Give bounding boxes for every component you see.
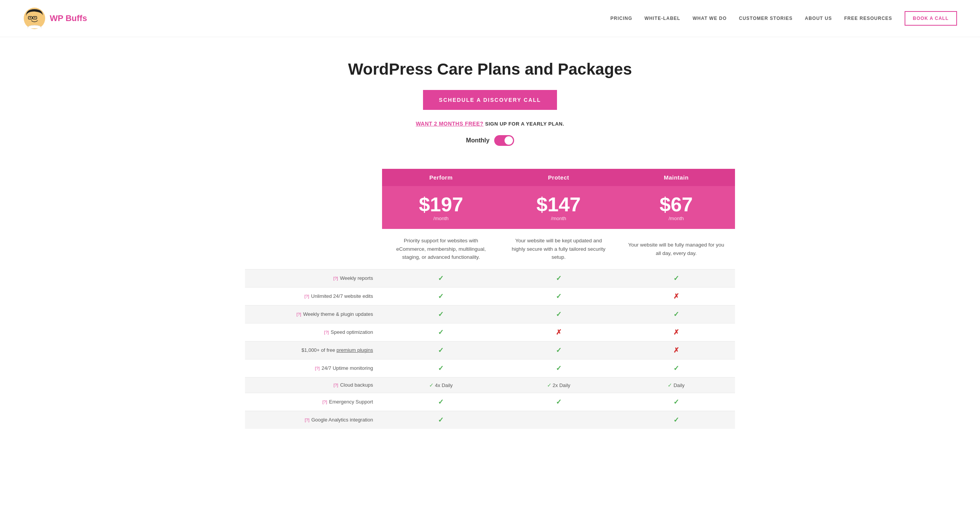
value-check-icon: ✓ [429,382,434,388]
protect-price-cell: $147 /month [500,186,617,229]
protect-feature-1: ✓ [500,287,617,305]
svg-point-5 [34,17,36,18]
table-row: [?]Speed optimization✓✗✗ [245,323,735,341]
protect-name: Protect [500,169,617,186]
yearly-plain-text: SIGN UP FOR A YEARLY PLAN. [485,121,564,127]
maintain-period: /month [625,216,727,221]
table-row: [?]Cloud backups✓4x Daily✓2x Daily✓Daily [245,377,735,393]
feature-value: 4x Daily [435,382,452,388]
perform-feature-5: ✓ [382,359,500,377]
value-check-icon: ✓ [668,382,672,388]
feature-label: [?]Weekly theme & plugin updates [245,305,382,323]
maintain-price-cell: $67 /month [617,186,735,229]
protect-desc: Your website will be kept updated and hi… [500,229,617,269]
feature-link[interactable]: premium plugins [336,347,373,353]
perform-feature-7: ✓ [382,393,500,411]
info-icon[interactable]: [?] [305,418,309,422]
cross-icon: ✗ [556,328,562,336]
perform-feature-4: ✓ [382,341,500,359]
maintain-price: $67 [625,194,727,216]
info-icon[interactable]: [?] [315,366,320,371]
table-row: [?]Weekly reports✓✓✓ [245,269,735,287]
feature-label: [?]24/7 Uptime monitoring [245,359,382,377]
perform-feature-8: ✓ [382,411,500,429]
pricing-section: Perform Protect Maintain $197 /month $14… [222,169,758,452]
info-icon[interactable]: [?] [333,383,338,387]
maintain-feature-2: ✓ [617,305,735,323]
info-icon[interactable]: [?] [333,276,338,281]
table-row: [?]Weekly theme & plugin updates✓✓✓ [245,305,735,323]
yearly-notice: WANT 2 MONTHS FREE? SIGN UP FOR A YEARLY… [8,121,972,127]
protect-feature-6: ✓2x Daily [500,377,617,393]
info-icon[interactable]: [?] [297,312,301,317]
table-row: [?]Unlimited 24/7 website edits✓✓✗ [245,287,735,305]
protect-feature-2: ✓ [500,305,617,323]
feature-label: [?]Cloud backups [245,377,382,393]
feature-col-header [245,169,382,186]
check-icon: ✓ [556,274,562,282]
value-check-icon: ✓ [547,382,552,388]
billing-toggle[interactable] [494,135,514,146]
maintain-feature-0: ✓ [617,269,735,287]
check-icon: ✓ [438,346,444,354]
protect-feature-0: ✓ [500,269,617,287]
check-icon: ✓ [556,346,562,354]
nav-customer-stories[interactable]: CUSTOMER STORIES [739,16,792,21]
protect-feature-5: ✓ [500,359,617,377]
info-icon[interactable]: [?] [324,330,329,335]
perform-feature-1: ✓ [382,287,500,305]
discovery-call-button[interactable]: SCHEDULE A DISCOVERY CALL [423,90,557,110]
check-icon: ✓ [438,328,444,336]
maintain-feature-8: ✓ [617,411,735,429]
page-title: WordPress Care Plans and Packages [8,60,972,78]
svg-point-6 [24,17,27,21]
feature-value: 2x Daily [553,382,570,388]
perform-period: /month [390,216,492,221]
nav-free-resources[interactable]: FREE RESOURCES [844,16,892,21]
nav-about-us[interactable]: ABOUT US [805,16,832,21]
check-icon: ✓ [556,292,562,300]
maintain-feature-7: ✓ [617,393,735,411]
check-icon: ✓ [438,364,444,372]
table-row: [?]Google Analytics integration✓✓ [245,411,735,429]
nav-white-label[interactable]: WHITE-LABEL [645,16,681,21]
info-icon[interactable]: [?] [304,294,309,299]
info-icon[interactable]: [?] [322,400,327,404]
protect-period: /month [508,216,610,221]
check-icon: ✓ [673,398,679,406]
plan-desc-row: Priority support for websites with eComm… [245,229,735,269]
table-row: [?]Emergency Support✓✓✓ [245,393,735,411]
pricing-table: Perform Protect Maintain $197 /month $14… [245,169,735,429]
perform-price-cell: $197 /month [382,186,500,229]
svg-point-7 [42,17,45,21]
perform-price: $197 [390,194,492,216]
feature-label: [?]Google Analytics integration [245,411,382,429]
check-icon: ✓ [438,416,444,424]
nav-what-we-do[interactable]: WHAT WE DO [693,16,727,21]
check-icon: ✓ [673,364,679,372]
feature-label: [?]Unlimited 24/7 website edits [245,287,382,305]
maintain-feature-5: ✓ [617,359,735,377]
check-icon: ✓ [438,398,444,406]
maintain-feature-6: ✓Daily [617,377,735,393]
logo[interactable]: WP Buffs [23,7,87,30]
check-icon: ✓ [673,274,679,282]
book-call-button[interactable]: BOOK A CALL [905,11,957,26]
check-icon: ✓ [556,364,562,372]
feature-col-price [245,186,382,229]
perform-feature-3: ✓ [382,323,500,341]
protect-price: $147 [508,194,610,216]
maintain-feature-3: ✗ [617,323,735,341]
perform-desc: Priority support for websites with eComm… [382,229,500,269]
check-icon: ✓ [438,310,444,318]
feature-label: $1,000+ of free premium plugins [245,341,382,359]
yearly-link[interactable]: WANT 2 MONTHS FREE? [416,121,483,127]
perform-name: Perform [382,169,500,186]
hero-section: WordPress Care Plans and Packages SCHEDU… [0,37,980,169]
check-icon: ✓ [673,416,679,424]
check-icon: ✓ [438,274,444,282]
feature-label: [?]Emergency Support [245,393,382,411]
nav-pricing[interactable]: PRICING [611,16,632,21]
feature-label: [?]Speed optimization [245,323,382,341]
maintain-feature-1: ✗ [617,287,735,305]
